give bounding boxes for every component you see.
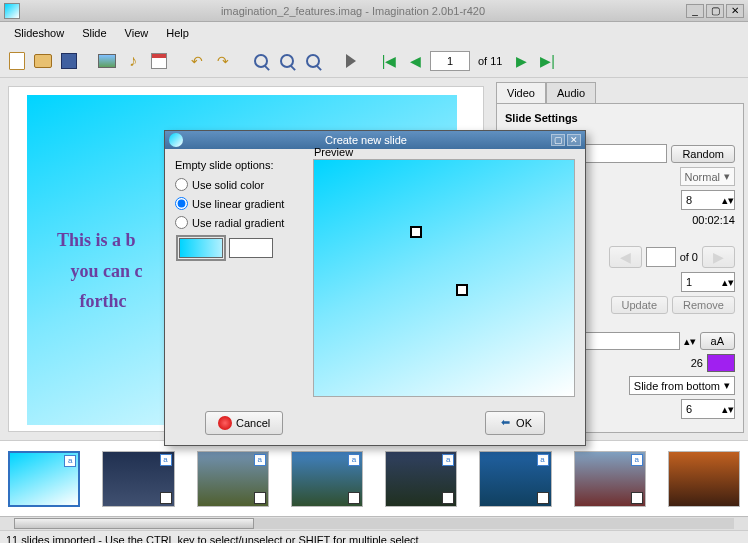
- properties-button[interactable]: [148, 50, 170, 72]
- color-swatch-1[interactable]: [179, 238, 223, 258]
- font-button[interactable]: aA: [700, 332, 735, 350]
- zoom-out-icon: [280, 54, 294, 68]
- play-button[interactable]: [340, 50, 362, 72]
- dialog-titlebar[interactable]: Create new slide ▢ ✕: [165, 131, 585, 149]
- thumbnail[interactable]: a: [291, 451, 363, 507]
- transition-icon: [348, 492, 360, 504]
- import-audio-button[interactable]: ♪: [122, 50, 144, 72]
- create-slide-dialog: Create new slide ▢ ✕ Empty slide options…: [164, 130, 586, 446]
- transition-icon: [442, 492, 454, 504]
- thumbnail[interactable]: [668, 451, 740, 507]
- zoom-in-button[interactable]: [250, 50, 272, 72]
- zoom-fit-button[interactable]: [302, 50, 324, 72]
- next-icon: ▶: [713, 249, 724, 265]
- last-icon: ▶|: [540, 53, 555, 69]
- chevron-down-icon: ▾: [724, 379, 730, 392]
- badge-icon: a: [160, 454, 172, 466]
- first-slide-button[interactable]: |◀: [378, 50, 400, 72]
- badge-icon: a: [64, 455, 76, 467]
- radio-linear[interactable]: Use linear gradient: [175, 194, 305, 213]
- dialog-close-button[interactable]: ✕: [567, 134, 581, 146]
- slide-text: This is a b you can c forthc: [57, 225, 143, 317]
- thumbnail[interactable]: a: [8, 451, 80, 507]
- tab-video[interactable]: Video: [496, 82, 546, 103]
- maximize-button[interactable]: ▢: [706, 4, 724, 18]
- nav-prev-button[interactable]: ◀: [609, 246, 642, 268]
- zoom-out-button[interactable]: [276, 50, 298, 72]
- font-size-value: 26: [691, 357, 703, 369]
- badge-icon: a: [348, 454, 360, 466]
- transition-icon: [160, 492, 172, 504]
- minimize-button[interactable]: _: [686, 4, 704, 18]
- last-slide-button[interactable]: ▶|: [537, 50, 559, 72]
- spinner-icon: ▴▾: [722, 194, 734, 207]
- update-button[interactable]: Update: [611, 296, 668, 314]
- badge-icon: a: [442, 454, 454, 466]
- menu-view[interactable]: View: [117, 25, 157, 41]
- animation-combo[interactable]: Slide from bottom▾: [629, 376, 735, 395]
- window-title: imagination_2_features.imag - Imaginatio…: [20, 5, 686, 17]
- color-swatch-2[interactable]: [229, 238, 273, 258]
- dialog-icon: [169, 133, 183, 147]
- undo-button[interactable]: ↶: [186, 50, 208, 72]
- ok-icon: ⬅: [498, 416, 512, 430]
- status-bar: 11 slides imported - Use the CTRL key to…: [0, 530, 748, 543]
- chevron-down-icon: ▾: [724, 170, 730, 183]
- redo-button[interactable]: ↷: [212, 50, 234, 72]
- zoom-in-icon: [254, 54, 268, 68]
- next-slide-button[interactable]: ▶: [511, 50, 533, 72]
- anim-spin[interactable]: ▴▾: [681, 399, 735, 419]
- duration-spin[interactable]: ▴▾: [681, 190, 735, 210]
- nav-next-button[interactable]: ▶: [702, 246, 735, 268]
- gradient-handle-1[interactable]: [410, 226, 422, 238]
- thumbnail[interactable]: a: [385, 451, 457, 507]
- gradient-handle-2[interactable]: [456, 284, 468, 296]
- horizontal-scrollbar[interactable]: [0, 516, 748, 530]
- app-logo-icon: [4, 3, 20, 19]
- speed-combo[interactable]: Normal▾: [680, 167, 735, 186]
- remove-button[interactable]: Remove: [672, 296, 735, 314]
- window-titlebar: imagination_2_features.imag - Imaginatio…: [0, 0, 748, 22]
- new-button[interactable]: [6, 50, 28, 72]
- zoom-fit-icon: [306, 54, 320, 68]
- nav-index-input[interactable]: [646, 247, 676, 267]
- page-of-label: of 11: [474, 55, 507, 67]
- prev-slide-button[interactable]: ◀: [404, 50, 426, 72]
- current-slide-input[interactable]: [430, 51, 470, 71]
- transition-icon: [537, 492, 549, 504]
- menu-help[interactable]: Help: [158, 25, 197, 41]
- save-button[interactable]: [58, 50, 80, 72]
- dialog-max-button[interactable]: ▢: [551, 134, 565, 146]
- close-button[interactable]: ✕: [726, 4, 744, 18]
- menu-slide[interactable]: Slide: [74, 25, 114, 41]
- cancel-button[interactable]: Cancel: [205, 411, 283, 435]
- prev-icon: ◀: [620, 249, 631, 265]
- tab-audio[interactable]: Audio: [546, 82, 596, 103]
- next-icon: ▶: [516, 53, 527, 69]
- nav-spin[interactable]: ▴▾: [681, 272, 735, 292]
- spinner-icon: ▴▾: [722, 403, 734, 416]
- radio-solid[interactable]: Use solid color: [175, 175, 305, 194]
- color-button[interactable]: [707, 354, 735, 372]
- radio-radial[interactable]: Use radial gradient: [175, 213, 305, 232]
- dialog-preview-frame: Preview: [313, 159, 575, 397]
- thumbnail-strip: a a a a a a a: [0, 440, 748, 516]
- thumbnail[interactable]: a: [574, 451, 646, 507]
- import-image-button[interactable]: [96, 50, 118, 72]
- menu-slideshow[interactable]: Slideshow: [6, 25, 72, 41]
- thumbnail[interactable]: a: [102, 451, 174, 507]
- slide-settings-title: Slide Settings: [505, 112, 735, 124]
- open-button[interactable]: [32, 50, 54, 72]
- image-icon: [98, 54, 116, 68]
- scrollbar-handle[interactable]: [14, 518, 254, 529]
- transition-icon: [631, 492, 643, 504]
- thumbnail[interactable]: a: [197, 451, 269, 507]
- cancel-icon: [218, 416, 232, 430]
- redo-icon: ↷: [217, 53, 229, 69]
- thumbnail[interactable]: a: [479, 451, 551, 507]
- random-button[interactable]: Random: [671, 145, 735, 163]
- gradient-preview[interactable]: [314, 160, 574, 396]
- dialog-title: Create new slide: [183, 134, 549, 146]
- spinner-icon: ▴▾: [722, 276, 734, 289]
- ok-button[interactable]: ⬅OK: [485, 411, 545, 435]
